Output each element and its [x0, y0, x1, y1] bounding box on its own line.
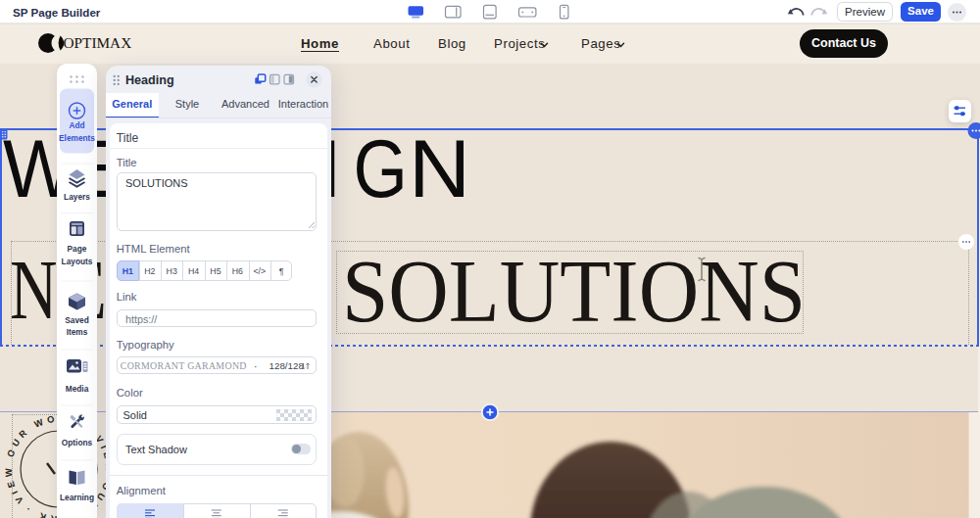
svg-text:Media: Media — [65, 384, 88, 394]
svg-text:Layouts: Layouts — [61, 257, 92, 266]
svg-text:Saved: Saved — [65, 315, 88, 325]
svg-text:Learning: Learning — [59, 493, 93, 502]
svg-text:Options: Options — [61, 438, 92, 447]
svg-text:Page: Page — [67, 244, 86, 254]
svg-text:Add: Add — [69, 120, 84, 130]
svg-text:Layers: Layers — [64, 192, 90, 202]
svg-text:Items: Items — [66, 327, 87, 337]
svg-text:Elements: Elements — [59, 133, 95, 143]
